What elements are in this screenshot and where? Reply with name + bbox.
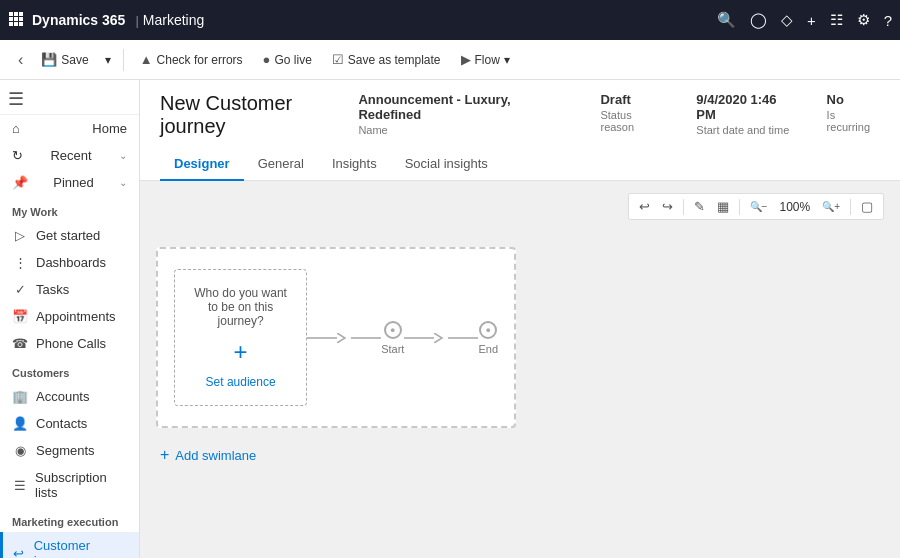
audience-question: Who do you want to be on this journey? — [191, 286, 290, 328]
sidebar-item-contacts[interactable]: 👤 Contacts — [0, 410, 139, 437]
sidebar-home[interactable]: ⌂ Home — [0, 115, 139, 142]
tab-social-insights-label: Social insights — [405, 156, 488, 171]
undo-button[interactable]: ↩ — [635, 197, 654, 216]
recent-chevron-icon: ⌄ — [119, 150, 127, 161]
phone-calls-label: Phone Calls — [36, 336, 106, 351]
meta-name-label: Name — [358, 124, 570, 136]
settings-icon[interactable]: ⚙ — [857, 11, 870, 29]
pin-icon: 📌 — [12, 175, 28, 190]
svg-rect-0 — [9, 12, 13, 16]
svg-rect-1 — [14, 12, 18, 16]
my-work-section: My Work — [0, 196, 139, 222]
set-audience-link[interactable]: Set audience — [206, 375, 276, 389]
connector-end — [404, 333, 478, 343]
filter-icon[interactable]: ☷ — [830, 11, 843, 29]
zoom-out-button[interactable]: 🔍− — [746, 199, 772, 214]
marketing-section: Marketing execution — [0, 506, 139, 532]
svg-rect-3 — [9, 17, 13, 21]
connector-start — [307, 333, 381, 343]
start-label: Start — [381, 343, 404, 355]
end-label: End — [478, 343, 498, 355]
flow-button[interactable]: ▶ Flow ▾ — [453, 48, 518, 71]
save-chevron-icon: ▾ — [105, 53, 111, 67]
check-errors-button[interactable]: ▲ Check for errors — [132, 48, 251, 71]
zoom-in-button[interactable]: 🔍+ — [818, 199, 844, 214]
customer-journeys-label: Customer journeys — [34, 538, 127, 558]
save-as-template-button[interactable]: ☑ Save as template — [324, 48, 449, 71]
tab-social-insights[interactable]: Social insights — [391, 148, 502, 181]
sidebar: ☰ ⌂ Home ↻ Recent ⌄ 📌 Pinned ⌄ My Work ▷… — [0, 80, 140, 558]
subscription-lists-label: Subscription lists — [35, 470, 127, 500]
toolbar-separator-1 — [123, 49, 124, 71]
top-nav: ​ Dynamics 365 | Marketing 🔍 ◯ ◇ + ☷ ⚙ ? — [0, 0, 900, 40]
arrow-line-4 — [448, 337, 478, 339]
tab-designer-label: Designer — [174, 156, 230, 171]
home-icon: ⌂ — [12, 121, 20, 136]
designer-area: ↩ ↪ ✎ ▦ 🔍− 100% 🔍+ ▢ Who do you want to — [140, 181, 900, 558]
content-area: New Customer journey Announcement - Luxu… — [140, 80, 900, 558]
save-button[interactable]: 💾 Save — [33, 48, 96, 71]
sidebar-item-accounts[interactable]: 🏢 Accounts — [0, 383, 139, 410]
grid-view-button[interactable]: ▦ — [713, 197, 733, 216]
help-icon[interactable]: ? — [884, 12, 892, 29]
globe-icon[interactable]: ◯ — [750, 11, 767, 29]
add-swimlane-button[interactable]: + Add swimlane — [156, 440, 260, 470]
zoom-level: 100% — [775, 200, 814, 214]
meta-date: 9/4/2020 1:46 PM Start date and time — [696, 92, 796, 136]
recent-label: Recent — [50, 148, 91, 163]
go-live-icon: ● — [263, 52, 271, 67]
flow-chevron-icon: ▾ — [504, 53, 510, 67]
page-meta: Announcement - Luxury, Redefined Name Dr… — [358, 92, 880, 136]
hamburger-icon: ☰ — [8, 88, 24, 110]
arrow-line-1 — [307, 337, 337, 339]
arrow-2 — [434, 333, 448, 343]
flow-icon: ▶ — [461, 52, 471, 67]
sidebar-toggle[interactable]: ☰ — [0, 80, 139, 115]
tab-general[interactable]: General — [244, 148, 318, 181]
contacts-icon: 👤 — [12, 416, 28, 431]
sidebar-item-get-started[interactable]: ▷ Get started — [0, 222, 139, 249]
page-header: New Customer journey Announcement - Luxu… — [140, 80, 900, 181]
sidebar-item-dashboards[interactable]: ⋮ Dashboards — [0, 249, 139, 276]
check-errors-icon: ▲ — [140, 52, 153, 67]
search-icon[interactable]: 🔍 — [717, 11, 736, 29]
svg-rect-8 — [19, 22, 23, 26]
save-dropdown-button[interactable]: ▾ — [101, 49, 115, 71]
meta-status-label: Status reason — [600, 109, 666, 133]
template-icon: ☑ — [332, 52, 344, 67]
location-icon[interactable]: ◇ — [781, 11, 793, 29]
back-button[interactable]: ‹ — [12, 47, 29, 73]
go-live-label: Go live — [274, 53, 311, 67]
edit-button[interactable]: ✎ — [690, 197, 709, 216]
audience-box: Who do you want to be on this journey? +… — [174, 269, 307, 406]
svg-rect-5 — [19, 17, 23, 21]
tab-insights[interactable]: Insights — [318, 148, 391, 181]
sidebar-item-subscription-lists[interactable]: ☰ Subscription lists — [0, 464, 139, 506]
screenshot-button[interactable]: ▢ — [857, 197, 877, 216]
sidebar-item-tasks[interactable]: ✓ Tasks — [0, 276, 139, 303]
sidebar-item-appointments[interactable]: 📅 Appointments — [0, 303, 139, 330]
go-live-button[interactable]: ● Go live — [255, 48, 320, 71]
sidebar-item-phone-calls[interactable]: ☎ Phone Calls — [0, 330, 139, 357]
set-audience-plus-button[interactable]: + — [229, 338, 253, 366]
grid-icon[interactable]: ​ — [8, 11, 24, 30]
sidebar-recent[interactable]: ↻ Recent ⌄ — [0, 142, 139, 169]
redo-button[interactable]: ↪ — [658, 197, 677, 216]
customer-journeys-icon: ↩ — [12, 546, 26, 559]
check-errors-label: Check for errors — [157, 53, 243, 67]
meta-status-value: Draft — [600, 92, 666, 107]
svg-rect-7 — [14, 22, 18, 26]
meta-recurring-label: Is recurring — [827, 109, 880, 133]
arrow-1 — [337, 333, 351, 343]
designer-toolbar: ↩ ↪ ✎ ▦ 🔍− 100% 🔍+ ▢ — [628, 193, 884, 220]
recent-icon: ↻ — [12, 148, 23, 163]
module-name: Marketing — [143, 12, 204, 28]
meta-recurring-value: No — [827, 92, 880, 107]
sidebar-pinned[interactable]: 📌 Pinned ⌄ — [0, 169, 139, 196]
customers-section: Customers — [0, 357, 139, 383]
add-icon[interactable]: + — [807, 12, 816, 29]
sidebar-item-customer-journeys[interactable]: ↩ Customer journeys — [0, 532, 139, 558]
sidebar-item-segments[interactable]: ◉ Segments — [0, 437, 139, 464]
save-label: Save — [61, 53, 88, 67]
tab-designer[interactable]: Designer — [160, 148, 244, 181]
